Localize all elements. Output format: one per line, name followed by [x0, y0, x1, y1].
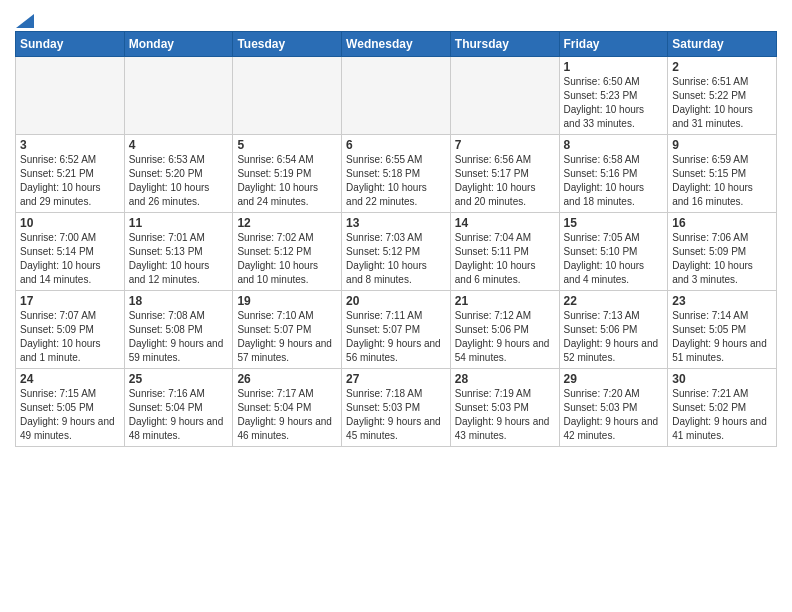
day-detail: Sunrise: 6:59 AMSunset: 5:15 PMDaylight:… — [672, 153, 772, 209]
day-detail: Sunrise: 6:52 AMSunset: 5:21 PMDaylight:… — [20, 153, 120, 209]
day-number: 8 — [564, 138, 664, 152]
day-detail: Sunrise: 7:05 AMSunset: 5:10 PMDaylight:… — [564, 231, 664, 287]
day-detail: Sunrise: 7:08 AMSunset: 5:08 PMDaylight:… — [129, 309, 229, 365]
day-number: 4 — [129, 138, 229, 152]
calendar-cell: 28Sunrise: 7:19 AMSunset: 5:03 PMDayligh… — [450, 369, 559, 447]
day-header-tuesday: Tuesday — [233, 32, 342, 57]
day-detail: Sunrise: 6:53 AMSunset: 5:20 PMDaylight:… — [129, 153, 229, 209]
day-number: 21 — [455, 294, 555, 308]
calendar-cell: 26Sunrise: 7:17 AMSunset: 5:04 PMDayligh… — [233, 369, 342, 447]
day-detail: Sunrise: 7:19 AMSunset: 5:03 PMDaylight:… — [455, 387, 555, 443]
day-detail: Sunrise: 7:01 AMSunset: 5:13 PMDaylight:… — [129, 231, 229, 287]
day-number: 16 — [672, 216, 772, 230]
day-number: 13 — [346, 216, 446, 230]
day-detail: Sunrise: 7:20 AMSunset: 5:03 PMDaylight:… — [564, 387, 664, 443]
calendar-cell: 7Sunrise: 6:56 AMSunset: 5:17 PMDaylight… — [450, 135, 559, 213]
calendar-cell: 17Sunrise: 7:07 AMSunset: 5:09 PMDayligh… — [16, 291, 125, 369]
day-detail: Sunrise: 7:00 AMSunset: 5:14 PMDaylight:… — [20, 231, 120, 287]
day-number: 18 — [129, 294, 229, 308]
calendar-cell: 16Sunrise: 7:06 AMSunset: 5:09 PMDayligh… — [668, 213, 777, 291]
day-number: 23 — [672, 294, 772, 308]
calendar-cell: 20Sunrise: 7:11 AMSunset: 5:07 PMDayligh… — [342, 291, 451, 369]
calendar-cell — [450, 57, 559, 135]
calendar-cell: 9Sunrise: 6:59 AMSunset: 5:15 PMDaylight… — [668, 135, 777, 213]
day-number: 19 — [237, 294, 337, 308]
day-detail: Sunrise: 6:54 AMSunset: 5:19 PMDaylight:… — [237, 153, 337, 209]
day-detail: Sunrise: 7:17 AMSunset: 5:04 PMDaylight:… — [237, 387, 337, 443]
day-number: 11 — [129, 216, 229, 230]
calendar-cell: 3Sunrise: 6:52 AMSunset: 5:21 PMDaylight… — [16, 135, 125, 213]
calendar-cell: 23Sunrise: 7:14 AMSunset: 5:05 PMDayligh… — [668, 291, 777, 369]
day-detail: Sunrise: 7:16 AMSunset: 5:04 PMDaylight:… — [129, 387, 229, 443]
day-number: 10 — [20, 216, 120, 230]
day-detail: Sunrise: 7:11 AMSunset: 5:07 PMDaylight:… — [346, 309, 446, 365]
day-header-wednesday: Wednesday — [342, 32, 451, 57]
day-number: 28 — [455, 372, 555, 386]
calendar-cell — [342, 57, 451, 135]
day-number: 14 — [455, 216, 555, 230]
calendar-week-1: 1Sunrise: 6:50 AMSunset: 5:23 PMDaylight… — [16, 57, 777, 135]
day-number: 5 — [237, 138, 337, 152]
calendar-cell: 10Sunrise: 7:00 AMSunset: 5:14 PMDayligh… — [16, 213, 125, 291]
day-detail: Sunrise: 7:06 AMSunset: 5:09 PMDaylight:… — [672, 231, 772, 287]
day-number: 22 — [564, 294, 664, 308]
day-detail: Sunrise: 6:56 AMSunset: 5:17 PMDaylight:… — [455, 153, 555, 209]
day-detail: Sunrise: 7:15 AMSunset: 5:05 PMDaylight:… — [20, 387, 120, 443]
calendar-cell: 15Sunrise: 7:05 AMSunset: 5:10 PMDayligh… — [559, 213, 668, 291]
day-header-monday: Monday — [124, 32, 233, 57]
day-detail: Sunrise: 7:13 AMSunset: 5:06 PMDaylight:… — [564, 309, 664, 365]
day-detail: Sunrise: 7:02 AMSunset: 5:12 PMDaylight:… — [237, 231, 337, 287]
svg-marker-0 — [16, 14, 34, 28]
day-detail: Sunrise: 6:55 AMSunset: 5:18 PMDaylight:… — [346, 153, 446, 209]
calendar-week-5: 24Sunrise: 7:15 AMSunset: 5:05 PMDayligh… — [16, 369, 777, 447]
day-number: 20 — [346, 294, 446, 308]
calendar-cell: 6Sunrise: 6:55 AMSunset: 5:18 PMDaylight… — [342, 135, 451, 213]
day-detail: Sunrise: 6:58 AMSunset: 5:16 PMDaylight:… — [564, 153, 664, 209]
calendar-cell: 29Sunrise: 7:20 AMSunset: 5:03 PMDayligh… — [559, 369, 668, 447]
day-number: 7 — [455, 138, 555, 152]
page-container: SundayMondayTuesdayWednesdayThursdayFrid… — [0, 0, 792, 452]
calendar-cell: 11Sunrise: 7:01 AMSunset: 5:13 PMDayligh… — [124, 213, 233, 291]
day-detail: Sunrise: 7:07 AMSunset: 5:09 PMDaylight:… — [20, 309, 120, 365]
logo — [15, 10, 34, 25]
logo-icon — [16, 10, 34, 28]
calendar-cell: 25Sunrise: 7:16 AMSunset: 5:04 PMDayligh… — [124, 369, 233, 447]
day-detail: Sunrise: 7:21 AMSunset: 5:02 PMDaylight:… — [672, 387, 772, 443]
calendar-cell: 1Sunrise: 6:50 AMSunset: 5:23 PMDaylight… — [559, 57, 668, 135]
calendar-week-4: 17Sunrise: 7:07 AMSunset: 5:09 PMDayligh… — [16, 291, 777, 369]
calendar-week-2: 3Sunrise: 6:52 AMSunset: 5:21 PMDaylight… — [16, 135, 777, 213]
header — [15, 10, 777, 25]
calendar-cell — [124, 57, 233, 135]
day-header-thursday: Thursday — [450, 32, 559, 57]
calendar-week-3: 10Sunrise: 7:00 AMSunset: 5:14 PMDayligh… — [16, 213, 777, 291]
calendar-cell — [233, 57, 342, 135]
day-detail: Sunrise: 7:14 AMSunset: 5:05 PMDaylight:… — [672, 309, 772, 365]
calendar-cell: 4Sunrise: 6:53 AMSunset: 5:20 PMDaylight… — [124, 135, 233, 213]
calendar-cell: 2Sunrise: 6:51 AMSunset: 5:22 PMDaylight… — [668, 57, 777, 135]
day-number: 30 — [672, 372, 772, 386]
day-number: 1 — [564, 60, 664, 74]
calendar-cell: 14Sunrise: 7:04 AMSunset: 5:11 PMDayligh… — [450, 213, 559, 291]
day-detail: Sunrise: 7:03 AMSunset: 5:12 PMDaylight:… — [346, 231, 446, 287]
day-number: 25 — [129, 372, 229, 386]
calendar-cell: 8Sunrise: 6:58 AMSunset: 5:16 PMDaylight… — [559, 135, 668, 213]
calendar-cell — [16, 57, 125, 135]
day-header-friday: Friday — [559, 32, 668, 57]
calendar-cell: 27Sunrise: 7:18 AMSunset: 5:03 PMDayligh… — [342, 369, 451, 447]
calendar-header-row: SundayMondayTuesdayWednesdayThursdayFrid… — [16, 32, 777, 57]
calendar-cell: 30Sunrise: 7:21 AMSunset: 5:02 PMDayligh… — [668, 369, 777, 447]
day-number: 17 — [20, 294, 120, 308]
day-number: 24 — [20, 372, 120, 386]
calendar-cell: 12Sunrise: 7:02 AMSunset: 5:12 PMDayligh… — [233, 213, 342, 291]
day-detail: Sunrise: 7:18 AMSunset: 5:03 PMDaylight:… — [346, 387, 446, 443]
day-number: 6 — [346, 138, 446, 152]
day-number: 3 — [20, 138, 120, 152]
day-number: 29 — [564, 372, 664, 386]
day-number: 2 — [672, 60, 772, 74]
calendar-table: SundayMondayTuesdayWednesdayThursdayFrid… — [15, 31, 777, 447]
day-detail: Sunrise: 6:50 AMSunset: 5:23 PMDaylight:… — [564, 75, 664, 131]
calendar-cell: 13Sunrise: 7:03 AMSunset: 5:12 PMDayligh… — [342, 213, 451, 291]
day-detail: Sunrise: 6:51 AMSunset: 5:22 PMDaylight:… — [672, 75, 772, 131]
calendar-cell: 5Sunrise: 6:54 AMSunset: 5:19 PMDaylight… — [233, 135, 342, 213]
day-detail: Sunrise: 7:04 AMSunset: 5:11 PMDaylight:… — [455, 231, 555, 287]
